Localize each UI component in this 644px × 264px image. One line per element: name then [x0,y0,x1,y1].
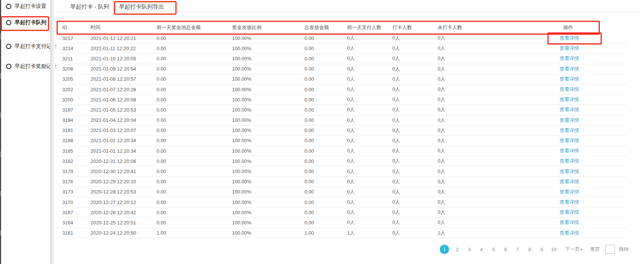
table-cell: 0.00 [157,43,232,54]
page-button-7[interactable]: 7 [514,247,521,252]
table-cell: 0.00 [304,95,347,105]
page-button-5[interactable]: 5 [490,247,497,252]
table-cell-action: 查看详情 [556,166,626,177]
table-cell: 2021-01-08 12:20:57 [91,74,157,84]
tab-queue[interactable]: 早起打卡 - 队列 [70,3,109,11]
table-row: 31672020-12-26 12:20:420.00100.00%0.000人… [57,207,626,218]
view-details-link[interactable]: 查看详情 [559,66,579,72]
table-cell: 2021-01-02 12:20:34 [91,135,157,146]
table-cell: 2020-12-27 12:20:12 [91,197,157,207]
view-details-link[interactable]: 查看详情 [559,117,579,123]
view-details-link[interactable]: 查看详情 [559,55,579,61]
table-cell: 1.00 [157,228,232,238]
table-cell-action: 查看详情 [556,146,626,156]
table-cell: 0人 [438,156,556,166]
view-details-link[interactable]: 查看详情 [559,199,579,205]
view-details-link[interactable]: 查看详情 [559,138,579,143]
table-cell: 0人 [347,207,392,218]
table-cell: 0人 [347,84,392,94]
page-button-8[interactable]: 8 [526,247,533,252]
table-cell: 2020-12-28 12:20:53 [91,187,157,197]
table-cell: 100.00% [232,177,304,187]
table-cell: 0人 [347,33,392,43]
table-cell: 0.00 [157,207,232,218]
table-cell: 0人 [347,105,392,115]
table-cell: 2021-01-06 12:20:08 [91,95,157,105]
sidebar-item-2[interactable]: 早起打卡支付记录 [6,42,57,51]
page-button-1[interactable]: 1 [440,245,449,254]
radio-circle-icon [6,44,11,49]
radio-circle-icon [6,4,11,9]
view-details-link[interactable]: 查看详情 [559,45,579,51]
next-page-button[interactable]: 下一页» [565,246,583,253]
table-cell: 0人 [438,218,556,228]
table-cell: 100.00% [232,197,304,207]
page-button-10[interactable]: 10 [550,247,558,252]
view-details-link[interactable]: 查看详情 [559,127,579,133]
sidebar-item-1[interactable]: 早起打卡队列 [6,18,46,27]
table-cell: 2021-01-03 12:20:07 [91,125,157,135]
column-header-4: 总发放金额 [304,21,347,33]
page-button-6[interactable]: 6 [502,247,509,252]
table-cell: 0人 [392,207,438,218]
view-details-link[interactable]: 查看详情 [559,230,579,236]
table-cell-action: 查看详情 [556,177,626,187]
table-cell: 2021-01-12 12:20:21 [91,33,157,43]
last-page-button[interactable]: 尾页 [590,246,600,253]
view-details-link[interactable]: 查看详情 [559,169,579,174]
table-cell-action: 查看详情 [556,64,626,74]
table-cell: 0人 [438,146,556,156]
table-row: 32112021-01-10 12:20:050.00100.00%0.000人… [57,54,626,64]
table-cell-action: 查看详情 [556,228,626,238]
table-cell-action: 查看详情 [556,207,626,218]
view-details-link[interactable]: 查看详情 [559,86,579,92]
page-button-2[interactable]: 2 [453,247,461,252]
view-details-link[interactable]: 查看详情 [559,158,579,164]
table-cell: 0人 [347,187,392,197]
view-details-link[interactable]: 查看详情 [559,76,579,82]
view-details-link[interactable]: 查看详情 [559,179,579,184]
table-cell: 100.00% [232,105,304,115]
table-cell: 0.00 [304,105,347,115]
jump-button[interactable]: 跳转 [619,246,629,253]
table-cell: 2021-01-04 12:20:04 [91,115,157,125]
view-details-link[interactable]: 查看详情 [559,97,579,102]
view-details-link[interactable]: 查看详情 [559,219,579,225]
tab-queue-export[interactable]: 早起打卡队列导出 [119,3,164,11]
table-cell-action: 查看详情 [556,197,626,207]
table-cell: 0.00 [157,146,232,156]
table-cell: 0.00 [157,187,232,197]
table-cell-action: 查看详情 [556,125,626,135]
table-cell: 0.00 [304,146,347,156]
page-button-3[interactable]: 3 [466,247,473,252]
table-cell: 0.00 [304,125,347,135]
table-cell: 3202 [57,84,91,94]
table-cell: 0人 [347,166,392,177]
table-cell: 100.00% [232,64,304,74]
table-cell: 3182 [57,156,91,166]
view-details-link[interactable]: 查看详情 [559,189,579,195]
table-cell: 100.00% [232,187,304,197]
table-cell: 0人 [347,177,392,187]
table-cell: 3197 [57,105,91,115]
table-cell: 0人 [347,218,392,228]
table-cell: 0人 [392,166,438,177]
table-cell: 0人 [347,146,392,156]
page-button-4[interactable]: 4 [478,247,485,252]
view-details-link[interactable]: 查看详情 [559,148,579,153]
page-button-9[interactable]: 9 [538,247,546,252]
table-cell: 0.00 [157,54,232,64]
sidebar-item-3[interactable]: 早起打卡奖励记录 [6,62,57,71]
table-cell: 0人 [438,43,556,54]
view-details-link[interactable]: 查看详情 [559,209,579,215]
table-cell: 0.00 [157,64,232,74]
table-cell: 0.00 [304,43,347,54]
view-details-link[interactable]: 查看详情 [559,35,579,41]
table-cell: 0.00 [304,84,347,94]
table-cell: 0.00 [304,166,347,177]
sidebar-item-0[interactable]: 早起打卡设置 [6,2,46,11]
view-details-link[interactable]: 查看详情 [559,107,579,112]
jump-page-input[interactable] [605,245,615,254]
table-cell: 2020-12-29 12:20:10 [91,177,157,187]
table-cell: 3214 [57,43,91,54]
